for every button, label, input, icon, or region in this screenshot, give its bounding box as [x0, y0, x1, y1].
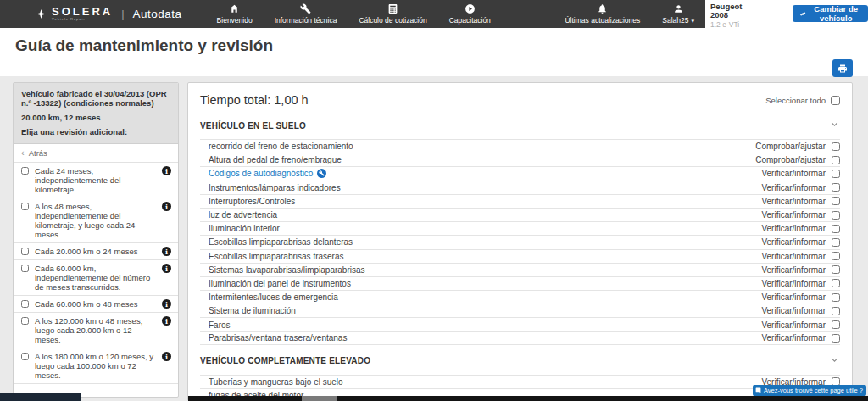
task-row: Iluminación del panel de instrumentos Ve…: [200, 276, 840, 290]
select-all-checkbox[interactable]: [831, 96, 840, 105]
task-row: Intermitentes/luces de emergencia Verifi…: [200, 290, 840, 304]
task-row: Escobillas limpiaparabrisas delanteras V…: [200, 235, 840, 248]
task-checkbox[interactable]: [832, 170, 840, 178]
task-label: Instrumentos/lámparas indicadores: [209, 183, 341, 192]
revision-option-row[interactable]: A los 48 meses, independientemente del k…: [14, 198, 178, 243]
task-action: Comprobar/ajustar: [755, 155, 826, 164]
task-checkbox[interactable]: [832, 238, 840, 247]
task-label-wrap: Intermitentes/luces de emergencia: [200, 292, 761, 302]
page-header: SOLERA Vehicle Repair | Autodata Bienven…: [0, 0, 868, 76]
bottom-scrollbar-track[interactable]: [188, 396, 868, 401]
task-row: Faros Verificar/informar: [200, 317, 840, 331]
task-checkbox[interactable]: [832, 197, 840, 205]
brand[interactable]: SOLERA Vehicle Repair | Autodata: [36, 8, 182, 21]
info-icon[interactable]: i: [162, 299, 171, 309]
task-action: Verificar/informar: [761, 197, 826, 206]
select-all[interactable]: Seleccionar todo: [765, 96, 840, 105]
option-checkbox[interactable]: [21, 203, 29, 210]
info-icon[interactable]: i: [162, 166, 171, 175]
task-label: luz de advertencia: [209, 210, 277, 220]
change-vehicle-button[interactable]: Cambiar de vehículo: [793, 5, 868, 22]
task-action: Comprobar/ajustar: [755, 142, 826, 151]
task-checkbox[interactable]: [832, 183, 840, 192]
nav-item-capacitacion[interactable]: Capacitación: [438, 0, 502, 28]
brand-divider: |: [121, 8, 124, 20]
nav-item-bienvenido[interactable]: Bienvenido: [206, 0, 264, 28]
main-nav: Bienvenido Información técnica Cálculo d…: [206, 0, 502, 28]
task-checkbox[interactable]: [832, 225, 840, 233]
task-checkbox[interactable]: [832, 265, 840, 274]
back-button[interactable]: ‹ Atrás: [14, 144, 178, 163]
task-action: Verificar/informar: [761, 292, 826, 302]
task-label-wrap: Sistema de iluminación: [200, 306, 761, 315]
nav-item-informacion-tecnica[interactable]: Información técnica: [264, 0, 348, 28]
task-label[interactable]: Códigos de autodiagnóstico: [209, 169, 313, 178]
calculator-icon: [387, 3, 398, 14]
vehicle-engine: 1.2 e-VTi: [710, 20, 742, 29]
revision-option-row[interactable]: A los 180.000 km o 120 meses, y luego ca…: [14, 348, 178, 384]
vehicle-model: 2008: [710, 11, 742, 19]
speech-bubble-icon: [755, 387, 761, 393]
section-title: VEHÍCULO COMPLETAMENTE ELEVADO: [200, 356, 370, 365]
chevron-down-icon[interactable]: [829, 118, 840, 133]
brand-name: SOLERA: [52, 8, 113, 16]
revision-option-row[interactable]: Cada 60.000 km o 48 meses i: [14, 296, 178, 313]
wrench-badge-icon[interactable]: [317, 169, 326, 178]
bottom-left-bar: [0, 393, 81, 401]
home-icon: [229, 3, 240, 14]
option-checkbox[interactable]: [21, 353, 29, 360]
feedback-widget[interactable]: Avez-vous trouvé cette page utile ?: [753, 385, 866, 396]
task-checkbox[interactable]: [832, 252, 840, 260]
task-checkbox[interactable]: [832, 307, 840, 315]
wrench-icon: [300, 3, 311, 14]
task-checkbox[interactable]: [832, 279, 840, 287]
task-checkbox[interactable]: [832, 293, 840, 302]
revision-option-row[interactable]: A los 120.000 km o 48 meses, luego cada …: [14, 313, 178, 348]
info-icon[interactable]: i: [162, 352, 171, 361]
updates-button[interactable]: Últimas actualizaciones: [554, 0, 651, 28]
task-checkbox[interactable]: [832, 320, 840, 329]
option-checkbox[interactable]: [21, 300, 29, 308]
option-checkbox[interactable]: [21, 265, 29, 272]
info-icon[interactable]: i: [162, 247, 171, 256]
section-header-elevado[interactable]: VEHÍCULO COMPLETAMENTE ELEVADO: [188, 350, 852, 375]
option-checkbox[interactable]: [21, 317, 29, 325]
task-label: Escobillas limpiaparabrisas traseras: [209, 252, 344, 261]
option-checkbox[interactable]: [21, 167, 29, 175]
nav-item-calculo-cotizacion[interactable]: Cálculo de cotización: [348, 0, 437, 28]
choose-revision-line: Elija una revisión adicional:: [21, 127, 170, 136]
task-action: Verificar/informar: [761, 279, 826, 288]
revision-option-row[interactable]: Cada 20.000 km o 24 meses i: [14, 243, 178, 260]
task-label-wrap: Altura del pedal de freno/embrague: [200, 155, 755, 164]
task-checkbox[interactable]: [832, 334, 840, 343]
option-label: Cada 20.000 km o 24 meses: [35, 247, 162, 256]
task-label-wrap: Parabrisas/ventana trasera/ventanas: [200, 333, 761, 343]
task-label-wrap: Escobillas limpiaparabrisas traseras: [200, 252, 761, 261]
task-label: recorrido del freno de estacionamiento: [209, 142, 353, 151]
task-checkbox[interactable]: [832, 156, 840, 164]
maintenance-panel: Tiempo total: 1,00 h Seleccionar todo VE…: [187, 82, 853, 401]
topbar-right: Últimas actualizaciones Salah25▾: [554, 0, 705, 28]
total-time: Tiempo total: 1,00 h: [200, 93, 309, 107]
revision-option-row[interactable]: Cada 60.000 km, independientemente del n…: [14, 260, 178, 296]
interval-line: 20.000 km, 12 meses: [21, 113, 170, 122]
task-label: Interruptores/Controles: [209, 197, 295, 206]
task-row: Parabrisas/ventana trasera/ventanas Veri…: [200, 331, 840, 345]
revision-option-row[interactable]: Cada 24 meses, independientemente del ki…: [14, 163, 178, 198]
vehicle-info: Peugeot 2008 1.2 e-VTi: [710, 3, 742, 29]
task-label-wrap: Iluminación del panel de instrumentos: [200, 279, 761, 288]
task-label-wrap: Instrumentos/lámparas indicadores: [200, 183, 761, 192]
info-icon[interactable]: i: [162, 202, 171, 211]
section-header-suelo[interactable]: VEHÍCULO EN EL SUELO: [188, 114, 852, 139]
task-action: Verificar/informar: [761, 333, 826, 343]
task-checkbox[interactable]: [832, 211, 840, 220]
option-checkbox[interactable]: [21, 248, 29, 255]
print-button[interactable]: [832, 59, 853, 77]
user-menu[interactable]: Salah25▾: [651, 0, 705, 28]
info-icon[interactable]: i: [162, 264, 171, 273]
swap-arrows-icon: [799, 8, 806, 19]
info-icon[interactable]: i: [162, 316, 171, 326]
chevron-down-icon[interactable]: [829, 354, 840, 369]
scrollbar-thumb[interactable]: [302, 396, 337, 401]
task-checkbox[interactable]: [832, 142, 840, 151]
